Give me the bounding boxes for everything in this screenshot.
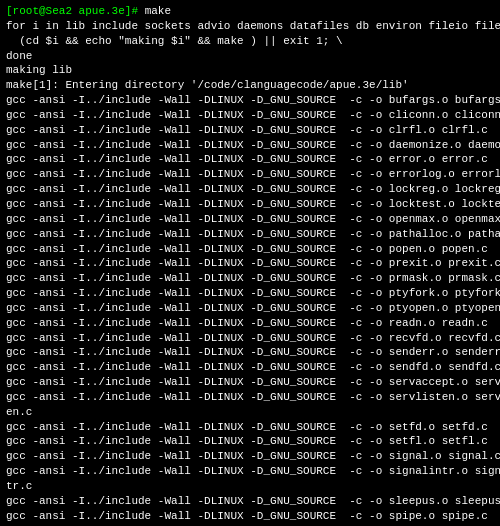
gcc-line: gcc -ansi -I../include -Wall -DLINUX -D_… xyxy=(6,345,494,360)
gcc-line: gcc -ansi -I../include -Wall -DLINUX -D_… xyxy=(6,167,494,182)
gcc-line: gcc -ansi -I../include -Wall -DLINUX -D_… xyxy=(6,449,494,464)
output-line: for i in lib include sockets advio daemo… xyxy=(6,19,494,34)
output-line: make[1]: Entering directory '/code/clang… xyxy=(6,78,494,93)
gcc-line: gcc -ansi -I../include -Wall -DLINUX -D_… xyxy=(6,212,494,227)
gcc-line: gcc -ansi -I../include -Wall -DLINUX -D_… xyxy=(6,390,494,405)
gcc-line: gcc -ansi -I../include -Wall -DLINUX -D_… xyxy=(6,494,494,509)
gcc-line: gcc -ansi -I../include -Wall -DLINUX -D_… xyxy=(6,420,494,435)
gcc-line: gcc -ansi -I../include -Wall -DLINUX -D_… xyxy=(6,152,494,167)
prompt: [root@Sea2 apue.3e]# xyxy=(6,5,145,17)
gcc-line: gcc -ansi -I../include -Wall -DLINUX -D_… xyxy=(6,227,494,242)
terminal-line: [root@Sea2 apue.3e]# make xyxy=(6,4,494,19)
gcc-line: gcc -ansi -I../include -Wall -DLINUX -D_… xyxy=(6,182,494,197)
gcc-line: gcc -ansi -I../include -Wall -DLINUX -D_… xyxy=(6,271,494,286)
gcc-line: gcc -ansi -I../include -Wall -DLINUX -D_… xyxy=(6,509,494,524)
gcc-line: gcc -ansi -I../include -Wall -DLINUX -D_… xyxy=(6,286,494,301)
gcc-line: gcc -ansi -I../include -Wall -DLINUX -D_… xyxy=(6,108,494,123)
output-line: en.c xyxy=(6,405,494,420)
gcc-line: gcc -ansi -I../include -Wall -DLINUX -D_… xyxy=(6,434,494,449)
gcc-line: gcc -ansi -I../include -Wall -DLINUX -D_… xyxy=(6,242,494,257)
output-line: making lib xyxy=(6,63,494,78)
gcc-line: gcc -ansi -I../include -Wall -DLINUX -D_… xyxy=(6,375,494,390)
gcc-line: gcc -ansi -I../include -Wall -DLINUX -D_… xyxy=(6,316,494,331)
gcc-line: gcc -ansi -I../include -Wall -DLINUX -D_… xyxy=(6,360,494,375)
gcc-line: gcc -ansi -I../include -Wall -DLINUX -D_… xyxy=(6,464,494,479)
gcc-line: gcc -ansi -I../include -Wall -DLINUX -D_… xyxy=(6,93,494,108)
gcc-line: gcc -ansi -I../include -Wall -DLINUX -D_… xyxy=(6,301,494,316)
gcc-line: gcc -ansi -I../include -Wall -DLINUX -D_… xyxy=(6,138,494,153)
terminal: [root@Sea2 apue.3e]# makefor i in lib in… xyxy=(0,0,500,526)
command: make xyxy=(145,5,171,17)
output-line: tr.c xyxy=(6,479,494,494)
gcc-line: gcc -ansi -I../include -Wall -DLINUX -D_… xyxy=(6,331,494,346)
gcc-line: gcc -ansi -I../include -Wall -DLINUX -D_… xyxy=(6,197,494,212)
gcc-line: gcc -ansi -I../include -Wall -DLINUX -D_… xyxy=(6,256,494,271)
output-line: done xyxy=(6,49,494,64)
output-line: (cd $i && echo "making $i" && make ) || … xyxy=(6,34,494,49)
gcc-line: gcc -ansi -I../include -Wall -DLINUX -D_… xyxy=(6,123,494,138)
